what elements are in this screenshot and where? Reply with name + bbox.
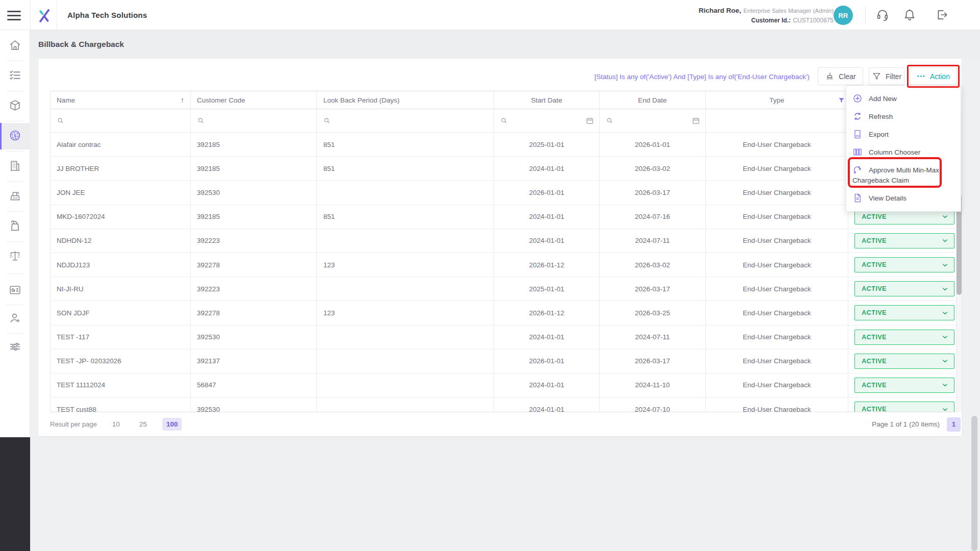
status-select[interactable]: ACTIVE: [854, 281, 954, 296]
column-header-customer-code[interactable]: Customer Code: [191, 91, 317, 109]
status-select[interactable]: ACTIVE: [854, 402, 954, 412]
svg-text:$: $: [14, 133, 16, 138]
search-input-end-date[interactable]: [600, 109, 706, 132]
menu-item-label: Column Chooser: [869, 148, 920, 156]
window-scrollbar-thumb[interactable]: [971, 416, 977, 551]
cell-c4: 2026-03-17: [600, 277, 706, 300]
cell-c0: NI-JI-RU: [51, 277, 191, 300]
sidebar-item-tasks[interactable]: [0, 63, 30, 89]
cell-status: ACTIVE: [848, 397, 956, 412]
cell-c1: 392530: [191, 397, 317, 412]
page-size-option-100[interactable]: 100: [162, 418, 182, 431]
search-input-look-back[interactable]: [317, 109, 494, 132]
page-size-option-10[interactable]: 10: [108, 418, 124, 431]
cell-c3: 2026-01-12: [494, 253, 600, 277]
cell-c2: [317, 229, 494, 253]
scales-icon: DC: [9, 249, 21, 264]
table-row: JJ BROTHER3921858512024-01-012026-03-02E…: [51, 157, 956, 181]
page-size-option-25[interactable]: 25: [135, 418, 151, 431]
filter-applied-funnel-icon[interactable]: [838, 96, 845, 104]
content-card: [Status] Is any of('Active') And [Type] …: [38, 59, 962, 436]
cell-c3: 2024-01-01: [494, 397, 600, 412]
sidebar-item-package[interactable]: [0, 93, 30, 119]
cell-c5: End-User Chargeback: [706, 277, 849, 300]
hamburger-menu-icon[interactable]: [7, 8, 22, 22]
search-icon: [57, 117, 64, 124]
report-icon: [9, 284, 21, 298]
cell-c4: 2024-07-10: [600, 397, 706, 412]
cell-c3: 2026-01-12: [494, 301, 600, 324]
cell-c0: TEST -117: [51, 325, 191, 349]
search-input-start-date[interactable]: [494, 109, 600, 132]
cell-c4: 2026-03-02: [600, 157, 706, 180]
notifications-bell-icon[interactable]: [903, 8, 917, 22]
status-select[interactable]: ACTIVE: [854, 330, 954, 345]
column-header-end-date[interactable]: End Date: [600, 91, 706, 109]
calendar-icon[interactable]: [692, 116, 700, 125]
menu-item-view-details[interactable]: View Details: [846, 189, 961, 207]
support-headset-icon[interactable]: [876, 8, 890, 22]
cell-c3: 2026-01-01: [494, 181, 600, 204]
sidebar-item-building[interactable]: [0, 153, 30, 180]
sidebar-item-scales[interactable]: DC: [0, 243, 30, 270]
sidebar-item-home[interactable]: [0, 33, 30, 59]
sidebar-divider: [7, 273, 23, 274]
sidebar-item-add-user[interactable]: [0, 306, 30, 332]
column-header-look-back[interactable]: Look Back Period (Days): [317, 91, 494, 109]
cell-c2: [317, 277, 494, 300]
menu-item-add-new[interactable]: Add New: [846, 90, 961, 108]
sidebar-item-shopping-bag[interactable]: [0, 213, 30, 240]
cell-status: ACTIVE: [848, 229, 956, 253]
cell-c5: End-User Chargeback: [706, 157, 849, 180]
sidebar-item-sliders[interactable]: [0, 334, 30, 361]
avatar[interactable]: RR: [834, 6, 853, 25]
status-badge: ACTIVE: [862, 261, 887, 268]
column-header-name[interactable]: Name ↑: [51, 91, 191, 109]
search-input-customer-code[interactable]: [191, 109, 317, 132]
cell-c1: 392185: [191, 205, 317, 229]
status-select[interactable]: ACTIVE: [854, 305, 954, 320]
search-input-type[interactable]: [706, 109, 849, 132]
page-number-button[interactable]: 1: [947, 417, 961, 432]
add-user-icon: [9, 312, 21, 327]
cell-c2: 123: [317, 253, 494, 277]
menu-item-export[interactable]: xlsExport: [846, 126, 961, 143]
cell-c1: 392278: [191, 301, 317, 324]
cell-c0: TEST -JP- 02032026: [51, 349, 191, 373]
page-title-bar: Billback & Chargeback: [30, 30, 980, 59]
sidebar-item-report[interactable]: [0, 278, 30, 304]
status-select[interactable]: ACTIVE: [854, 378, 954, 393]
menu-item-refresh[interactable]: Refresh: [846, 108, 961, 126]
cell-c3: 2024-01-01: [494, 325, 600, 349]
column-header-type[interactable]: Type: [706, 91, 849, 109]
sort-ascending-icon[interactable]: ↑: [181, 96, 184, 104]
filter-label: Filter: [886, 72, 901, 81]
menu-item-column-chooser[interactable]: Column Chooser: [846, 143, 961, 161]
sidebar: $DC: [0, 30, 30, 437]
sidebar-item-cash-register[interactable]: [0, 183, 30, 210]
menu-item-approve-multi-min-max-chargeback-claim[interactable]: Approve Multi Min-Max Chargeback Claim: [846, 161, 961, 189]
filter-button[interactable]: Filter: [869, 67, 904, 85]
status-select[interactable]: ACTIVE: [854, 233, 954, 248]
clear-button[interactable]: Clear: [818, 67, 863, 85]
action-button[interactable]: Action: [910, 67, 957, 85]
logout-icon[interactable]: [936, 8, 950, 22]
sidebar-divider: [7, 91, 23, 91]
brand-logo[interactable]: [30, 0, 57, 30]
column-header-start-date[interactable]: Start Date: [494, 91, 600, 109]
cell-status: ACTIVE: [848, 325, 956, 349]
status-select[interactable]: ACTIVE: [854, 354, 954, 369]
customer-id-value: CUST1000875: [793, 17, 834, 24]
broom-icon: [825, 71, 835, 81]
cell-c1: 392278: [191, 253, 317, 277]
table-row: MKD-160720243921858512024-01-012024-07-1…: [51, 205, 956, 229]
search-input-name[interactable]: [51, 109, 191, 132]
result-per-page-label: Result per page: [50, 420, 97, 428]
chevron-down-icon: [941, 237, 949, 244]
cell-c0: MKD-16072024: [51, 205, 191, 229]
status-select[interactable]: ACTIVE: [854, 257, 954, 272]
calendar-icon[interactable]: [585, 116, 594, 125]
cell-c4: 2026-01-01: [600, 133, 706, 156]
cell-c3: 2025-01-01: [494, 277, 600, 300]
sidebar-item-billing[interactable]: $: [0, 123, 30, 149]
